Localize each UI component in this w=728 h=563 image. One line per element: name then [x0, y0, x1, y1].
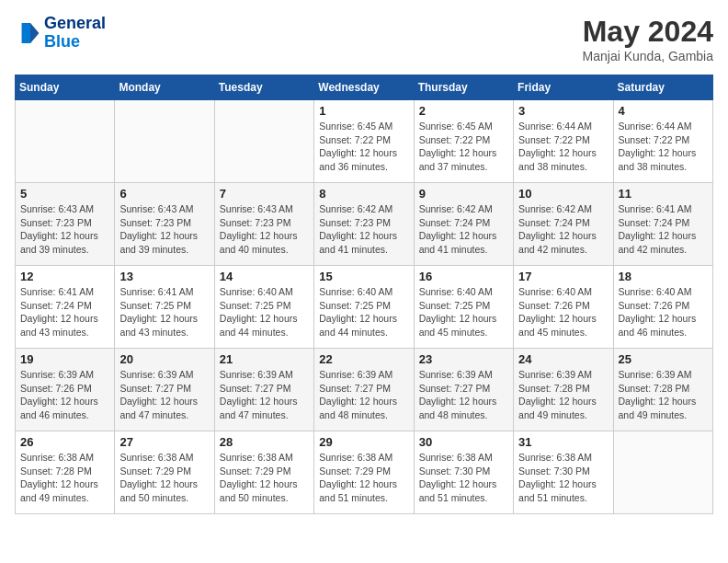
day-info: Sunrise: 6:39 AM Sunset: 7:27 PM Dayligh…: [119, 368, 209, 422]
day-number: 9: [419, 187, 508, 201]
day-number: 25: [619, 352, 708, 366]
daylight-label: Daylight: 12 hours and 37 minutes.: [419, 147, 497, 172]
day-number: 28: [220, 435, 309, 449]
day-info: Sunrise: 6:41 AM Sunset: 7:25 PM Dayligh…: [119, 285, 209, 339]
day-cell: 22 Sunrise: 6:39 AM Sunset: 7:27 PM Dayl…: [314, 349, 414, 431]
day-info: Sunrise: 6:42 AM Sunset: 7:23 PM Dayligh…: [319, 202, 408, 257]
calendar-week-row: 19 Sunrise: 6:39 AM Sunset: 7:26 PM Dayl…: [16, 349, 713, 431]
day-info: Sunrise: 6:41 AM Sunset: 7:24 PM Dayligh…: [619, 202, 708, 257]
sunset-label: Sunset: 7:24 PM: [518, 217, 590, 228]
sunrise-label: Sunrise: 6:42 AM: [518, 203, 592, 214]
month-year: May 2024: [583, 15, 713, 49]
day-info: Sunrise: 6:38 AM Sunset: 7:30 PM Dayligh…: [419, 451, 508, 505]
empty-cell: [16, 100, 115, 183]
day-info: Sunrise: 6:38 AM Sunset: 7:28 PM Dayligh…: [20, 451, 109, 505]
day-info: Sunrise: 6:40 AM Sunset: 7:25 PM Dayligh…: [419, 285, 508, 339]
day-cell: 10 Sunrise: 6:42 AM Sunset: 7:24 PM Dayl…: [514, 183, 613, 266]
sunrise-label: Sunrise: 6:42 AM: [419, 203, 493, 214]
day-number: 8: [319, 187, 408, 201]
day-info: Sunrise: 6:41 AM Sunset: 7:24 PM Dayligh…: [20, 285, 109, 339]
weekday-header-cell: Thursday: [414, 75, 513, 100]
day-number: 2: [419, 104, 508, 118]
logo-line1: General: [44, 15, 106, 33]
sunset-label: Sunset: 7:22 PM: [319, 134, 391, 145]
day-cell: 24 Sunrise: 6:39 AM Sunset: 7:28 PM Dayl…: [514, 349, 613, 431]
day-number: 31: [518, 435, 608, 449]
day-info: Sunrise: 6:38 AM Sunset: 7:29 PM Dayligh…: [319, 451, 408, 505]
sunrise-label: Sunrise: 6:38 AM: [419, 452, 493, 463]
day-info: Sunrise: 6:40 AM Sunset: 7:25 PM Dayligh…: [319, 285, 408, 339]
day-info: Sunrise: 6:43 AM Sunset: 7:23 PM Dayligh…: [20, 202, 109, 257]
sunrise-label: Sunrise: 6:38 AM: [119, 452, 193, 463]
daylight-label: Daylight: 12 hours and 41 minutes.: [419, 230, 497, 255]
daylight-label: Daylight: 12 hours and 45 minutes.: [518, 313, 597, 338]
sunrise-label: Sunrise: 6:41 AM: [119, 286, 193, 297]
sunrise-label: Sunrise: 6:39 AM: [220, 369, 293, 380]
day-info: Sunrise: 6:38 AM Sunset: 7:29 PM Dayligh…: [220, 451, 309, 505]
day-number: 19: [20, 352, 109, 366]
day-info: Sunrise: 6:38 AM Sunset: 7:30 PM Dayligh…: [518, 451, 608, 505]
day-cell: 14 Sunrise: 6:40 AM Sunset: 7:25 PM Dayl…: [214, 266, 313, 349]
sunset-label: Sunset: 7:28 PM: [20, 465, 92, 477]
calendar-week-row: 12 Sunrise: 6:41 AM Sunset: 7:24 PM Dayl…: [16, 266, 713, 349]
day-number: 18: [619, 270, 708, 283]
sunset-label: Sunset: 7:27 PM: [419, 383, 491, 394]
sunset-label: Sunset: 7:26 PM: [619, 300, 690, 311]
day-number: 13: [119, 270, 209, 283]
sunrise-label: Sunrise: 6:39 AM: [20, 369, 94, 380]
calendar-table: SundayMondayTuesdayWednesdayThursdayFrid…: [15, 75, 713, 514]
sunrise-label: Sunrise: 6:42 AM: [319, 203, 392, 214]
daylight-label: Daylight: 12 hours and 50 minutes.: [119, 478, 198, 503]
daylight-label: Daylight: 12 hours and 48 minutes.: [319, 396, 397, 420]
daylight-label: Daylight: 12 hours and 46 minutes.: [619, 313, 697, 338]
sunrise-label: Sunrise: 6:39 AM: [419, 369, 493, 380]
sunset-label: Sunset: 7:26 PM: [518, 300, 590, 311]
day-number: 1: [319, 104, 408, 118]
sunrise-label: Sunrise: 6:43 AM: [20, 203, 94, 214]
daylight-label: Daylight: 12 hours and 44 minutes.: [319, 313, 397, 338]
sunrise-label: Sunrise: 6:45 AM: [419, 121, 493, 132]
day-number: 3: [518, 104, 608, 118]
day-number: 11: [619, 187, 708, 201]
day-info: Sunrise: 6:42 AM Sunset: 7:24 PM Dayligh…: [419, 202, 508, 257]
day-number: 14: [220, 270, 309, 283]
day-number: 27: [119, 435, 209, 449]
sunset-label: Sunset: 7:29 PM: [119, 465, 191, 477]
sunset-label: Sunset: 7:23 PM: [319, 217, 391, 228]
day-info: Sunrise: 6:45 AM Sunset: 7:22 PM Dayligh…: [319, 120, 408, 174]
daylight-label: Daylight: 12 hours and 42 minutes.: [518, 230, 597, 255]
daylight-label: Daylight: 12 hours and 39 minutes.: [119, 230, 198, 255]
empty-cell: [214, 100, 313, 183]
day-cell: 27 Sunrise: 6:38 AM Sunset: 7:29 PM Dayl…: [115, 431, 214, 514]
sunrise-label: Sunrise: 6:40 AM: [220, 286, 293, 297]
logo-text: General Blue: [44, 15, 106, 52]
day-cell: 2 Sunrise: 6:45 AM Sunset: 7:22 PM Dayli…: [414, 100, 513, 183]
day-number: 30: [419, 435, 508, 449]
sunset-label: Sunset: 7:23 PM: [220, 217, 291, 228]
day-cell: 1 Sunrise: 6:45 AM Sunset: 7:22 PM Dayli…: [314, 100, 414, 183]
sunset-label: Sunset: 7:25 PM: [419, 300, 491, 311]
sunset-label: Sunset: 7:28 PM: [619, 383, 690, 394]
day-info: Sunrise: 6:45 AM Sunset: 7:22 PM Dayligh…: [419, 120, 508, 174]
sunrise-label: Sunrise: 6:39 AM: [518, 369, 592, 380]
empty-cell: [613, 431, 712, 514]
daylight-label: Daylight: 12 hours and 43 minutes.: [119, 313, 198, 338]
day-cell: 15 Sunrise: 6:40 AM Sunset: 7:25 PM Dayl…: [314, 266, 414, 349]
page-header: General Blue May 2024 Manjai Kunda, Gamb…: [15, 15, 713, 63]
sunrise-label: Sunrise: 6:39 AM: [319, 369, 392, 380]
day-cell: 20 Sunrise: 6:39 AM Sunset: 7:27 PM Dayl…: [115, 349, 214, 431]
sunset-label: Sunset: 7:26 PM: [20, 383, 92, 394]
day-info: Sunrise: 6:40 AM Sunset: 7:26 PM Dayligh…: [619, 285, 708, 339]
weekday-header-cell: Saturday: [613, 75, 712, 100]
day-cell: 30 Sunrise: 6:38 AM Sunset: 7:30 PM Dayl…: [414, 431, 513, 514]
day-info: Sunrise: 6:39 AM Sunset: 7:27 PM Dayligh…: [419, 368, 508, 422]
sunset-label: Sunset: 7:24 PM: [419, 217, 491, 228]
day-number: 4: [619, 104, 708, 118]
day-cell: 28 Sunrise: 6:38 AM Sunset: 7:29 PM Dayl…: [214, 431, 313, 514]
daylight-label: Daylight: 12 hours and 49 minutes.: [20, 478, 98, 503]
location: Manjai Kunda, Gambia: [583, 49, 713, 63]
day-cell: 3 Sunrise: 6:44 AM Sunset: 7:22 PM Dayli…: [514, 100, 613, 183]
day-cell: 25 Sunrise: 6:39 AM Sunset: 7:28 PM Dayl…: [613, 349, 712, 431]
sunrise-label: Sunrise: 6:40 AM: [518, 286, 592, 297]
daylight-label: Daylight: 12 hours and 45 minutes.: [419, 313, 497, 338]
